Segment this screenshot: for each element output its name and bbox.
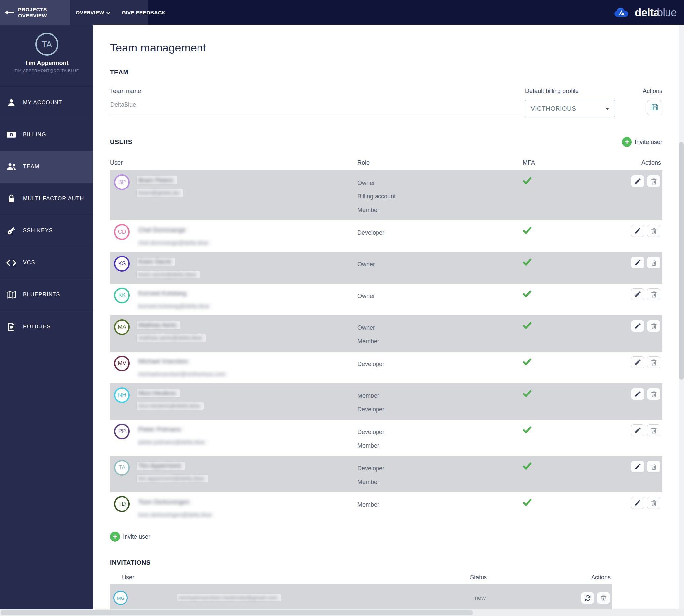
- nav-overview[interactable]: OVERVIEW: [76, 9, 110, 16]
- horizontal-scrollbar[interactable]: [0, 609, 684, 616]
- role-label: Member: [357, 335, 523, 348]
- save-team-button[interactable]: [647, 100, 662, 115]
- resend-invite-button[interactable]: [581, 592, 594, 604]
- mfa-cell: [523, 255, 628, 267]
- actions-cell: [628, 459, 662, 473]
- delete-invite-button[interactable]: [597, 592, 610, 604]
- delete-user-button[interactable]: [647, 175, 660, 187]
- delete-user-button[interactable]: [647, 257, 660, 269]
- mfa-cell: [523, 174, 628, 185]
- table-row: PPPieter Polmanspieter.polmans@delta.blu…: [110, 420, 662, 456]
- horizontal-scrollbar-thumb[interactable]: [1, 610, 473, 615]
- role-cell: Owner: [357, 255, 523, 271]
- edit-user-button[interactable]: [631, 424, 644, 436]
- sidebar-item-label: BILLING: [23, 132, 46, 138]
- role-label: Owner: [357, 321, 523, 335]
- redacted-text: Chel Dommange: [137, 226, 190, 234]
- delete-user-button[interactable]: [647, 225, 660, 237]
- role-label: Member: [357, 498, 523, 512]
- role-label: Developer: [357, 425, 523, 439]
- edit-user-button[interactable]: [631, 497, 644, 509]
- redacted-text: Toon Derkoningen: [137, 498, 193, 506]
- role-cell: OwnerMember: [357, 318, 523, 348]
- sidebar-item-vcs[interactable]: VCS: [0, 247, 93, 279]
- edit-user-button[interactable]: [631, 388, 644, 400]
- team-section-heading: TEAM: [110, 69, 662, 76]
- projects-overview-button[interactable]: PROJECTS OVERVIEW: [0, 0, 70, 25]
- topbar: PROJECTS OVERVIEW OVERVIEW GIVE FEEDBACK: [0, 0, 684, 25]
- edit-user-button[interactable]: [631, 257, 644, 269]
- brand-bold: delta: [635, 6, 660, 19]
- invitations-section-heading: INVITATIONS: [110, 559, 662, 566]
- plus-icon: +: [622, 137, 632, 147]
- user-info: Nico Heulensnico.heulens@delta.blue: [137, 387, 204, 410]
- select-caret-icon: [605, 108, 610, 110]
- sidebar-item-label: BLUEPRINTS: [23, 292, 60, 298]
- edit-user-button[interactable]: [631, 320, 644, 332]
- sidebar-item-my-account[interactable]: MY ACCOUNT: [0, 87, 93, 118]
- role-cell: DeveloperMember: [357, 423, 523, 453]
- document-icon: [6, 323, 17, 331]
- mfa-cell: [523, 287, 628, 299]
- table-row: MVMichael Vranckenmichaelvrancken@victho…: [110, 352, 662, 383]
- mfa-check-icon: [523, 325, 532, 330]
- invite-user-button-top[interactable]: + Invite user: [622, 137, 662, 147]
- sidebar-item-blueprints[interactable]: BLUEPRINTS: [0, 279, 93, 311]
- delete-user-button[interactable]: [647, 320, 660, 332]
- edit-user-button[interactable]: [631, 461, 644, 473]
- mfa-cell: [523, 459, 628, 471]
- role-cell: Member: [357, 496, 523, 512]
- redacted-text: toon.derkoningen@delta.blue: [137, 511, 216, 519]
- sidebar-item-team[interactable]: TEAM: [0, 151, 93, 182]
- user-cell: CDChel Dommangechel.dommange@delta.blue: [110, 223, 357, 247]
- avatar: TD: [114, 496, 130, 512]
- mfa-check-icon: [523, 502, 532, 507]
- page: PROJECTS OVERVIEW OVERVIEW GIVE FEEDBACK: [0, 0, 684, 616]
- delete-user-button[interactable]: [647, 424, 660, 436]
- edit-user-button[interactable]: [631, 175, 644, 187]
- billing-profile-select[interactable]: VICTHORIOUS: [525, 100, 615, 117]
- sidebar-item-ssh-keys[interactable]: SSH KEYS: [0, 215, 93, 247]
- role-label: Member: [357, 389, 523, 403]
- vertical-scrollbar-thumb[interactable]: [679, 142, 684, 380]
- role-label: Owner: [357, 258, 523, 271]
- vertical-scrollbar[interactable]: [679, 25, 684, 609]
- delete-user-button[interactable]: [647, 461, 660, 473]
- avatar: MA: [114, 319, 130, 335]
- redacted-text: korneel.kolsteeg@delta.blue: [137, 303, 213, 310]
- invite-user-button-bottom[interactable]: + Invite user: [110, 532, 662, 542]
- role-cell: OwnerBilling accountMember: [357, 174, 523, 217]
- edit-user-button[interactable]: [631, 356, 644, 368]
- table-row: TATim Appermonttim.appermont@delta.blueD…: [110, 456, 662, 492]
- sidebar-item-multi-factor-auth[interactable]: MULTI-FACTOR AUTH: [0, 182, 93, 215]
- mfa-check-icon: [523, 261, 532, 267]
- user-cell: TDToon Derkoningentoon.derkoningen@delta…: [110, 496, 357, 519]
- billing-icon: 1: [6, 131, 17, 138]
- map-icon: [6, 291, 17, 299]
- delete-user-button[interactable]: [647, 356, 660, 368]
- team-name-input[interactable]: [110, 101, 521, 114]
- user-info: Mathias Aertsmathias.aerts@delta.blue: [137, 318, 206, 342]
- actions-cell: [628, 423, 662, 436]
- lock-icon: [6, 194, 17, 203]
- actions-cell: [628, 223, 662, 237]
- avatar: KS: [114, 256, 130, 272]
- delete-user-button[interactable]: [647, 388, 660, 400]
- edit-user-button[interactable]: [631, 288, 644, 301]
- role-cell: DeveloperMember: [357, 459, 523, 489]
- sidebar-item-policies[interactable]: POLICIES: [0, 311, 93, 343]
- edit-user-button[interactable]: [631, 225, 644, 237]
- delete-user-button[interactable]: [647, 288, 660, 301]
- role-label: Owner: [357, 176, 523, 190]
- team-icon: [6, 163, 17, 170]
- redacted-text: koen.sacre@delta.blue: [137, 271, 200, 278]
- sidebar-item-billing[interactable]: 1BILLING: [0, 118, 93, 151]
- actions-cell: [628, 287, 662, 301]
- mfa-cell: [523, 223, 628, 235]
- mfa-check-icon: [523, 293, 532, 299]
- delete-user-button[interactable]: [647, 497, 660, 509]
- col-status: Status: [470, 574, 574, 581]
- redacted-text: bram@globis.be: [137, 190, 183, 197]
- role-label: Owner: [357, 289, 523, 303]
- redacted-text: Nico Heulens: [137, 389, 180, 397]
